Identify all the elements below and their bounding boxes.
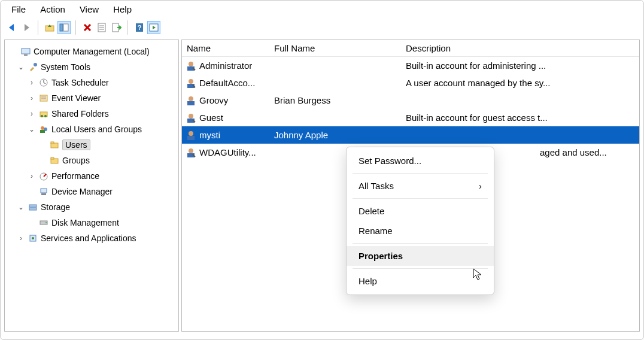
tree-root-label: Computer Management (Local): [34, 47, 150, 56]
user-row[interactable]: DefaultAcco... A user account managed by…: [182, 74, 639, 92]
user-row[interactable]: Administrator Built-in account for admin…: [182, 57, 639, 74]
svg-rect-30: [41, 193, 46, 195]
users-groups-icon: [38, 124, 49, 135]
tree-local-users-groups[interactable]: ⌄ Local Users and Groups: [7, 122, 176, 137]
tree-disk-management[interactable]: Disk Management: [7, 215, 176, 230]
context-menu: Set Password... All Tasks› Delete Rename…: [346, 147, 494, 295]
col-name[interactable]: Name: [182, 43, 269, 53]
folder-icon: [49, 155, 60, 166]
back-icon[interactable]: [5, 21, 19, 34]
col-description[interactable]: Description: [401, 43, 639, 53]
device-icon: [38, 186, 49, 197]
column-headers: Name Full Name Description: [182, 40, 639, 57]
folder-up-icon[interactable]: [43, 21, 56, 34]
user-row-selected[interactable]: mysti Johnny Apple: [182, 126, 639, 144]
tree-services-apps[interactable]: › Services and Applications: [7, 230, 176, 246]
svg-rect-2: [63, 24, 68, 31]
svg-text:?: ?: [138, 24, 142, 31]
svg-point-37: [189, 62, 193, 66]
export-list-icon[interactable]: [110, 21, 123, 34]
ctx-separator: [353, 243, 488, 244]
tree-root[interactable]: Computer Management (Local): [7, 44, 176, 59]
menu-help[interactable]: Help: [113, 4, 132, 14]
event-icon: [38, 93, 49, 104]
help-icon[interactable]: ?: [133, 21, 146, 34]
user-icon: [184, 146, 198, 159]
properties-sheet-icon[interactable]: [95, 21, 108, 34]
perf-icon: [38, 171, 49, 181]
menu-view[interactable]: View: [80, 4, 99, 14]
svg-point-39: [189, 79, 193, 84]
menu-file[interactable]: File: [11, 4, 26, 14]
shared-folder-icon: [38, 108, 49, 119]
services-icon: [28, 233, 38, 244]
ctx-help[interactable]: Help: [347, 271, 494, 291]
tools-icon: [28, 62, 38, 72]
svg-point-34: [45, 222, 47, 223]
computer-mgmt-icon: [20, 46, 31, 57]
clock-icon: [38, 77, 49, 88]
user-icon: [184, 59, 198, 72]
forward-icon[interactable]: [20, 21, 33, 34]
user-icon: [184, 129, 198, 142]
tree-performance[interactable]: › Performance: [7, 168, 176, 184]
chevron-right-icon[interactable]: ›: [17, 234, 25, 242]
storage-icon: [28, 202, 38, 212]
svg-rect-25: [51, 142, 54, 144]
ctx-separator: [353, 198, 488, 199]
svg-point-47: [189, 148, 193, 153]
chevron-down-icon[interactable]: ⌄: [17, 63, 25, 71]
tree-storage[interactable]: ⌄ Storage: [7, 199, 176, 215]
col-fullname[interactable]: Full Name: [269, 43, 401, 53]
show-hide-tree-icon[interactable]: [57, 21, 71, 34]
ctx-delete[interactable]: Delete: [347, 201, 494, 221]
tree-users[interactable]: Users: [7, 137, 176, 153]
tree-groups[interactable]: Groups: [7, 153, 176, 168]
chevron-right-icon[interactable]: ›: [28, 172, 36, 180]
main-panes: Computer Management (Local) ⌄ System Too…: [1, 37, 643, 334]
svg-rect-23: [40, 130, 45, 133]
chevron-right-icon[interactable]: ›: [28, 78, 36, 87]
svg-rect-1: [60, 24, 63, 31]
menu-action[interactable]: Action: [40, 4, 65, 14]
svg-rect-27: [51, 157, 54, 159]
delete-icon[interactable]: [81, 21, 94, 34]
ctx-all-tasks[interactable]: All Tasks›: [347, 176, 494, 196]
ctx-rename[interactable]: Rename: [347, 221, 494, 241]
ctx-set-password[interactable]: Set Password...: [347, 151, 494, 171]
user-icon: [184, 77, 198, 90]
svg-point-36: [32, 237, 34, 239]
tree-device-manager[interactable]: Device Manager: [7, 184, 176, 199]
user-icon: [184, 111, 198, 125]
svg-rect-42: [187, 101, 195, 105]
svg-rect-15: [40, 95, 47, 101]
svg-rect-12: [24, 54, 28, 56]
svg-rect-29: [41, 189, 47, 193]
chevron-right-icon: ›: [479, 181, 482, 191]
chevron-down-icon[interactable]: ⌄: [17, 203, 25, 211]
svg-point-20: [44, 115, 47, 117]
nav-tree[interactable]: Computer Management (Local) ⌄ System Too…: [4, 40, 179, 332]
ctx-properties[interactable]: Properties: [347, 246, 494, 266]
svg-point-19: [41, 115, 43, 117]
svg-rect-31: [29, 205, 37, 207]
user-icon: [184, 94, 198, 107]
svg-point-45: [189, 131, 193, 136]
ctx-separator: [353, 173, 488, 174]
menubar: File Action View Help: [1, 1, 643, 18]
tree-system-tools[interactable]: ⌄ System Tools: [7, 59, 176, 75]
disk-icon: [38, 217, 49, 228]
tree-shared-folders[interactable]: › Shared Folders: [7, 106, 176, 122]
tree-task-scheduler[interactable]: › Task Scheduler: [7, 75, 176, 90]
user-row[interactable]: Guest Built-in account for guest access …: [182, 109, 639, 126]
tree-event-viewer[interactable]: › Event Viewer: [7, 90, 176, 106]
chevron-right-icon[interactable]: ›: [28, 110, 36, 118]
ctx-separator: [353, 268, 488, 269]
svg-rect-32: [29, 208, 37, 210]
chevron-down-icon[interactable]: ⌄: [28, 125, 36, 133]
user-row[interactable]: Groovy Brian Burgess: [182, 92, 639, 109]
action-pane-icon[interactable]: [147, 21, 160, 34]
svg-point-43: [189, 114, 193, 119]
chevron-right-icon[interactable]: ›: [28, 94, 36, 102]
svg-rect-11: [22, 48, 30, 54]
